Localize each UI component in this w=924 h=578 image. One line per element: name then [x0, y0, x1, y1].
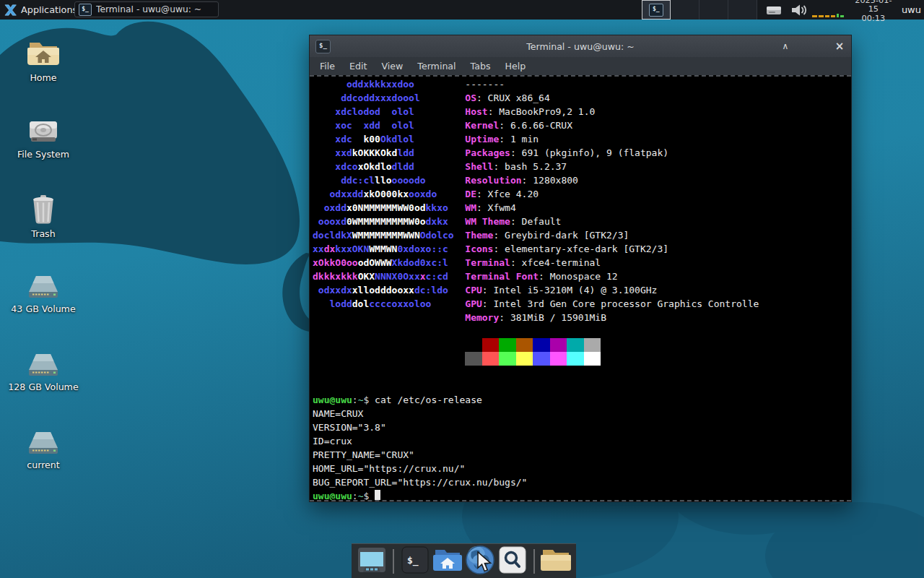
terminal-row: docldkXWMMMMMMMMWWNOdolcoTheme: Greybird…	[313, 228, 851, 242]
terminal-row: xxdxkxxOKNWMMWN0xdoxo::cIcons: elementar…	[313, 242, 851, 256]
terminal-row: xxdkOKKKOkdlddPackages: 691 (pkginfo), 9…	[313, 146, 851, 160]
maximize-button[interactable]	[816, 40, 827, 52]
volume-tray-icon[interactable]	[790, 4, 808, 17]
terminal-mini-icon: $_	[649, 4, 663, 17]
system-monitor-graph	[812, 10, 844, 17]
desktop-icon-trash[interactable]: Trash	[6, 194, 81, 239]
close-button[interactable]: ×	[834, 40, 845, 52]
terminal-row: uwu@uwu:~$	[313, 489, 851, 501]
user-label: uwu	[902, 4, 921, 15]
dock-show-desktop-button[interactable]	[357, 547, 386, 576]
terminal-mini-icon: $_	[79, 4, 92, 16]
terminal-row: xoc xdd ololKernel: 6.6.66-CRUX	[313, 118, 851, 132]
terminal-screen[interactable]: oddxkkkxxdoo------- ddcoddxxxdooolOS: CR…	[310, 75, 851, 501]
folder-icon	[541, 547, 571, 576]
minimize-button[interactable]	[798, 40, 809, 52]
terminal-row: BUG_REPORT_URL="https://crux.nu/bugs/"	[313, 475, 851, 489]
folder-home-icon	[433, 546, 462, 577]
terminal-row: odxxdxxllodddooxxdc:ldoCPU: Intel i5-321…	[313, 283, 851, 297]
terminal-row	[313, 338, 851, 352]
window-controls: ∧×	[780, 40, 845, 52]
terminal-row: xdclodod ololHost: MacBookPro9,2 1.0	[313, 105, 851, 118]
desktop-icon-label: Trash	[6, 228, 81, 239]
volume-icon	[6, 428, 81, 457]
volume-icon	[6, 350, 81, 379]
workspace-1[interactable]: $_	[642, 0, 671, 20]
desktop-icon-43-gb-volume[interactable]: 43 GB Volume	[6, 272, 81, 314]
clock-time: 00:13	[851, 14, 896, 24]
terminal-row: ddcoddxxxdooolOS: CRUX x86_64	[313, 91, 851, 105]
dock-files-button[interactable]	[541, 547, 570, 576]
clock-date: 2025-01-15	[851, 0, 896, 14]
home-folder-icon	[6, 38, 81, 69]
workspace-2[interactable]	[671, 0, 699, 20]
desktop-icon-label: File System	[6, 149, 81, 160]
window-title: Terminal - uwu@uwu: ~	[310, 41, 851, 52]
terminal-window: $_ Terminal - uwu@uwu: ~ ∧× FileEditView…	[309, 35, 852, 502]
terminal-cursor	[375, 490, 380, 501]
clock[interactable]: 2025-01-15 00:13	[851, 0, 896, 23]
terminal-row: ID=crux	[313, 434, 851, 448]
menu-tabs[interactable]: Tabs	[463, 59, 498, 74]
dock-terminal-button[interactable]: $_	[401, 547, 430, 576]
applications-label: Applications	[21, 4, 77, 15]
menu-view[interactable]: View	[374, 59, 410, 74]
terminal-row	[313, 352, 851, 366]
xfce-logo-icon	[4, 4, 17, 16]
terminal-row: oxddx0NMMMMMMWW0odkkxoWM: Xfwm4	[313, 201, 851, 215]
menu-file[interactable]: File	[313, 59, 342, 74]
taskbar-window-title: Terminal - uwu@uwu: ~	[96, 4, 201, 14]
top-panel: Applications ≡ $_ Terminal - uwu@uwu: ~ …	[0, 0, 924, 20]
desktop-icon-file-system[interactable]: File System	[6, 116, 81, 160]
terminal-row: NAME=CRUX	[313, 407, 851, 420]
desktop: Home File System Trash 43 GB Volume	[0, 0, 924, 578]
desktop-icon-label: 43 GB Volume	[6, 303, 81, 314]
desktop-icon-current[interactable]: current	[6, 428, 81, 470]
workspace-3[interactable]	[699, 0, 728, 20]
svg-text:$_: $_	[407, 555, 419, 566]
terminal-row: xOkkO0ooodOWWWXkdod0xc:lTerminal: xfce4-…	[313, 256, 851, 269]
color-palette-row1	[465, 338, 601, 352]
window-titlebar[interactable]: $_ Terminal - uwu@uwu: ~ ∧×	[310, 35, 851, 57]
dock-separator	[533, 549, 535, 574]
workspace-4[interactable]	[728, 0, 757, 20]
menu-terminal[interactable]: Terminal	[410, 59, 463, 74]
terminal-row: oddxkkkxxdoo-------	[313, 77, 851, 91]
volume-icon	[6, 272, 81, 301]
desktop-icon-128-gb-volume[interactable]: 128 GB Volume	[6, 350, 81, 392]
terminal-row: dkkkxkkkOKXNNNX0Oxxxc:cdTerminal Font: M…	[313, 269, 851, 283]
dock-file-manager-button[interactable]	[433, 547, 462, 576]
harddisk-icon	[6, 116, 81, 146]
desktop-icon-home[interactable]: Home	[6, 38, 81, 83]
desktop-icon-label: current	[6, 460, 81, 470]
menubar: FileEditViewTerminalTabsHelp	[310, 57, 851, 75]
menu-help[interactable]: Help	[497, 59, 533, 74]
desktop-icon-label: Home	[6, 72, 81, 83]
terminal-row: uwu@uwu:~$ cat /etc/os-release	[313, 393, 851, 407]
terminal-row: HOME_URL="https://crux.nu/"	[313, 462, 851, 475]
terminal-row: lodddolccccoxxolooGPU: Intel 3rd Gen Cor…	[313, 297, 851, 311]
terminal-row	[313, 379, 851, 393]
terminal-row	[313, 324, 851, 338]
taskbar-window-button[interactable]: $_ Terminal - uwu@uwu: ~	[74, 1, 219, 17]
desktop-icon-label: 128 GB Volume	[6, 381, 81, 392]
terminal-row: Memory: 381MiB / 15901MiB	[313, 311, 851, 324]
removable-drive-tray-icon[interactable]	[766, 4, 782, 16]
terminal-row: oooxd0WMMMMMMMMMW0odxkxWM Theme: Default	[313, 215, 851, 228]
show-desktop-icon	[357, 545, 386, 577]
dock: $_	[352, 543, 576, 578]
terminal-row	[313, 366, 851, 379]
shade-button[interactable]: ∧	[780, 40, 791, 52]
terminal-row: VERSION="3.8"	[313, 420, 851, 434]
color-palette-row2	[465, 352, 601, 366]
terminal-row: ddc:clllooooodoResolution: 924x578	[313, 173, 851, 187]
dock-app-finder-button[interactable]	[498, 547, 527, 576]
terminal-row: PRETTY_NAME="CRUX"	[313, 448, 851, 462]
dock-separator	[393, 549, 394, 574]
terminal-row: odxxddxkO000kxooxdoDE: Xfce 4.20	[313, 187, 851, 201]
menu-edit[interactable]: Edit	[342, 59, 374, 74]
workspace-pager: $_	[642, 0, 757, 20]
mouse-cursor-icon	[476, 551, 495, 574]
terminal-row: xdc k00OkdlolUptime: 1 min	[313, 132, 851, 146]
terminal-icon: $_	[401, 546, 429, 577]
